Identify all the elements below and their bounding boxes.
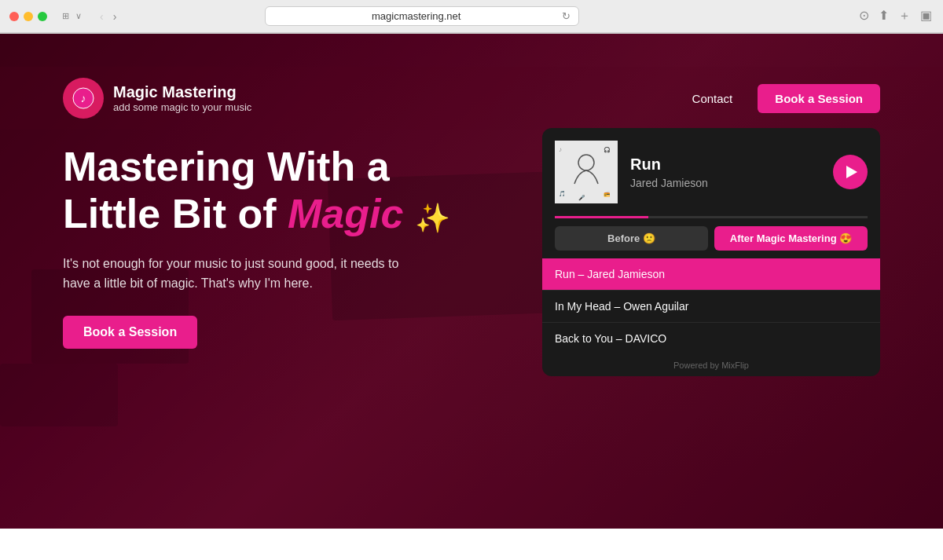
logo-text: Magic Mastering add some magic to your m… — [113, 83, 251, 113]
playlist: Run – Jared Jamieson In My Head – Owen A… — [542, 258, 880, 354]
player-card: ♪ 🎧 🎵 📻 🎤 Run Jared Jamieson — [542, 128, 880, 376]
powered-by-text: Powered by MixFlip — [673, 361, 749, 370]
url-text: magicmastering.net — [273, 10, 559, 22]
header-nav: Contact Book a Session — [692, 84, 880, 113]
logo-circle: ♪ — [63, 78, 104, 119]
player-progress-track[interactable] — [555, 216, 868, 218]
traffic-lights — [9, 12, 47, 21]
svg-text:📻: 📻 — [604, 190, 611, 197]
browser-toolbar: ⊞ ∨ ‹ › magicmastering.net ↻ ⊙ ⬆ ＋ ▣ — [0, 0, 943, 33]
album-art: ♪ 🎧 🎵 📻 🎤 — [555, 141, 618, 203]
toolbar-right: ⊙ ⬆ ＋ ▣ — [857, 6, 934, 26]
svg-text:♪: ♪ — [81, 92, 86, 104]
playlist-item-2[interactable]: In My Head – Owen Aguilar — [542, 291, 880, 323]
hero-title-magic: Magic — [288, 191, 403, 236]
hero-title-line1: Mastering With a — [63, 144, 390, 189]
address-bar[interactable]: magicmastering.net ↻ — [265, 6, 579, 26]
maximize-button[interactable] — [38, 12, 47, 21]
tab-before-button[interactable]: Before 🙁 — [555, 226, 708, 251]
browser-nav: ‹ › — [97, 9, 119, 24]
play-icon — [846, 166, 857, 178]
site-header: ♪ Magic Mastering add some magic to your… — [0, 67, 943, 130]
player-song-title: Run — [630, 156, 820, 174]
svg-text:♪: ♪ — [559, 146, 562, 153]
address-icons: ↻ — [562, 10, 571, 22]
refresh-icon[interactable]: ↻ — [562, 10, 571, 22]
close-button[interactable] — [9, 12, 19, 21]
hero-book-button[interactable]: Book a Session — [63, 316, 197, 349]
tab-expand-button[interactable]: ∨ — [73, 9, 84, 23]
browser-chrome: ⊞ ∨ ‹ › magicmastering.net ↻ ⊙ ⬆ ＋ ▣ — [0, 0, 943, 34]
clock-icon[interactable]: ⊙ — [857, 6, 871, 26]
play-button[interactable] — [833, 155, 868, 189]
player-progress-bar — [555, 216, 648, 218]
hero-title: Mastering With a Little Bit of Magic ✨ — [63, 144, 450, 238]
playlist-item-3[interactable]: Back to You – DAVICO — [542, 323, 880, 354]
contact-link[interactable]: Contact — [692, 92, 733, 105]
logo-area: ♪ Magic Mastering add some magic to your… — [63, 78, 251, 119]
hero-content: Mastering With a Little Bit of Magic ✨ I… — [63, 144, 450, 349]
player-info: Run Jared Jamieson — [630, 156, 820, 189]
player-tabs: Before 🙁 After Magic Mastering 😍 — [555, 226, 868, 251]
share-icon[interactable]: ⬆ — [877, 6, 890, 26]
svg-text:🎧: 🎧 — [604, 146, 611, 153]
tab-arrange-button[interactable]: ⊞ — [60, 9, 72, 23]
brand-name: Magic Mastering — [113, 83, 251, 101]
hero-title-wand: ✨ — [415, 202, 450, 234]
back-button[interactable]: ‹ — [97, 9, 107, 24]
hero-subtitle: It's not enough for your music to just s… — [63, 254, 424, 294]
what-i-offer-section: What I Offer — [0, 529, 943, 560]
logo-icon: ♪ — [72, 87, 94, 109]
sidebar-icon[interactable]: ▣ — [919, 6, 934, 26]
new-tab-icon[interactable]: ＋ — [897, 6, 912, 26]
playlist-item-1[interactable]: Run – Jared Jamieson — [542, 258, 880, 291]
svg-text:🎵: 🎵 — [559, 190, 566, 197]
page: ♪ Magic Mastering add some magic to your… — [0, 34, 943, 560]
studio-shape-3 — [0, 364, 118, 426]
brand-tagline: add some magic to your music — [113, 101, 251, 113]
forward-button[interactable]: › — [110, 9, 120, 24]
player-footer: Powered by MixFlip — [542, 354, 880, 376]
window-controls: ⊞ ∨ — [60, 9, 84, 23]
tab-after-button[interactable]: After Magic Mastering 😍 — [714, 226, 868, 251]
minimize-button[interactable] — [24, 12, 33, 21]
book-session-button[interactable]: Book a Session — [758, 84, 880, 113]
site-wrapper: ♪ Magic Mastering add some magic to your… — [0, 34, 943, 560]
svg-text:🎤: 🎤 — [578, 194, 585, 201]
hero-title-line2: Little Bit of — [63, 191, 288, 236]
player-artist: Jared Jamieson — [630, 177, 820, 189]
player-top: ♪ 🎧 🎵 📻 🎤 Run Jared Jamieson — [542, 128, 880, 216]
